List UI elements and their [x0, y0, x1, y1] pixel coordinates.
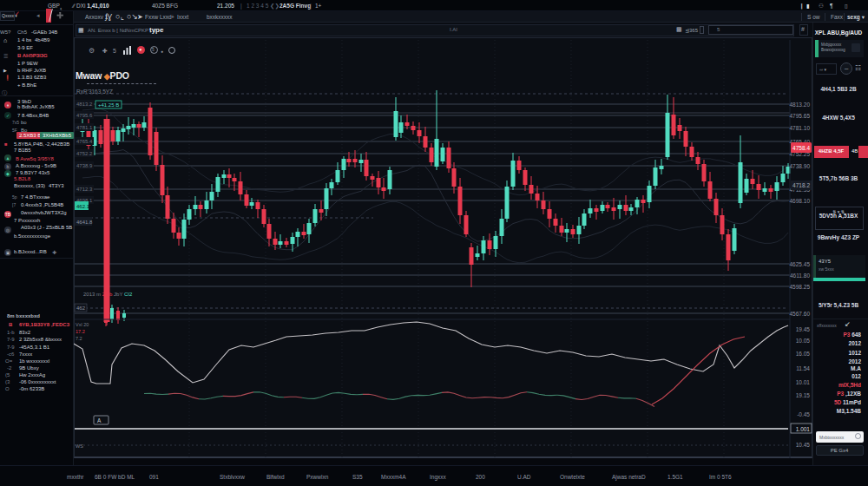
- svg-text:10.45: 10.45: [796, 442, 811, 448]
- svg-text:4765.4: 4765.4: [76, 139, 93, 144]
- svg-text:4625.45: 4625.45: [790, 261, 811, 267]
- svg-text:4712.3: 4712.3: [76, 187, 93, 192]
- svg-text:10.01: 10.01: [796, 379, 811, 385]
- svg-text:19.15: 19.15: [796, 392, 811, 398]
- svg-text:4781.10: 4781.10: [790, 125, 811, 131]
- svg-text:2013 m 2.4b JbY CI2: 2013 m 2.4b JbY CI2: [83, 292, 133, 297]
- svg-text:4567.60: 4567.60: [790, 311, 811, 317]
- svg-text:4758.4: 4758.4: [792, 145, 810, 151]
- svg-text:4813.2: 4813.2: [76, 102, 93, 107]
- svg-text:4738.90: 4738.90: [790, 163, 811, 169]
- svg-text:4641.8: 4641.8: [76, 220, 93, 225]
- svg-text:1.001: 1.001: [796, 426, 811, 432]
- svg-text:4752.2: 4752.2: [76, 151, 93, 156]
- svg-text:4795.6: 4795.6: [76, 113, 93, 118]
- svg-text:4813.20: 4813.20: [790, 102, 811, 108]
- svg-text:462: 462: [76, 305, 86, 311]
- svg-text:4718.2: 4718.2: [792, 182, 810, 188]
- svg-text:4781.1: 4781.1: [76, 125, 93, 130]
- svg-text:10.05: 10.05: [796, 338, 811, 344]
- svg-text:4611.80: 4611.80: [790, 273, 810, 279]
- svg-text:11.54: 11.54: [796, 365, 810, 371]
- svg-text:A: A: [97, 417, 102, 424]
- svg-text:4795.65: 4795.65: [790, 113, 811, 119]
- svg-text:4698.10: 4698.10: [790, 198, 811, 204]
- svg-text:Vxl 20: Vxl 20: [76, 322, 89, 327]
- svg-text:19.45: 19.45: [796, 326, 811, 332]
- svg-text:4598.25: 4598.25: [790, 284, 811, 290]
- svg-text:16.05: 16.05: [796, 351, 811, 357]
- svg-text:4738.9: 4738.9: [76, 163, 93, 168]
- svg-text:7.2: 7.2: [76, 336, 82, 341]
- svg-text:+41.25 B: +41.25 B: [98, 102, 119, 108]
- svg-text:-0.45: -0.45: [797, 411, 810, 417]
- svg-text:WS: WS: [76, 443, 83, 449]
- svg-text:462.1: 462.1: [76, 204, 90, 209]
- svg-text:17.2: 17.2: [76, 329, 85, 334]
